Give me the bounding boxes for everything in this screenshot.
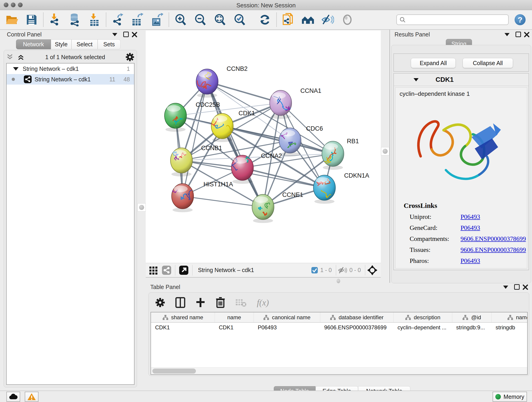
table-options-gear-icon[interactable] <box>155 298 165 307</box>
table-panel-float-icon[interactable] <box>514 284 520 290</box>
network-collection-row[interactable]: String Network – cdk1 1 <box>7 64 134 74</box>
export-table-icon[interactable] <box>131 13 144 26</box>
export-network-icon[interactable] <box>111 13 124 26</box>
tree-expand-icon[interactable] <box>13 67 19 70</box>
zoom-in-icon[interactable] <box>174 13 187 26</box>
eye-icon[interactable] <box>341 13 354 26</box>
entry-description: cyclin–dependent kinase 1 <box>399 90 470 97</box>
crosslink-link[interactable]: P06493 <box>461 213 480 220</box>
entry-collapse-icon[interactable] <box>413 78 418 81</box>
selected-checkbox-icon[interactable] <box>311 267 318 274</box>
table-horizontal-scrollbar[interactable] <box>151 367 527 374</box>
delete-column-icon[interactable] <box>215 297 225 308</box>
table-cell[interactable]: P06493 <box>254 322 320 332</box>
detach-view-icon[interactable] <box>179 265 189 275</box>
edge-CCNB2-CCNE1[interactable] <box>207 82 263 207</box>
collapse-all-button[interactable]: Collapse All <box>462 58 513 68</box>
edge-CCNB2-CCNA1[interactable] <box>207 82 281 103</box>
search-field[interactable] <box>407 17 505 23</box>
delete-table-icon[interactable] <box>235 298 247 307</box>
results-panel-close-icon[interactable] <box>524 32 530 38</box>
add-column-icon[interactable] <box>196 297 206 308</box>
import-network-database-icon[interactable] <box>68 13 81 26</box>
node-label-CCNE1: CCNE1 <box>282 191 303 198</box>
crosslink-label: Uniprot: <box>410 213 461 220</box>
crosslinks-section: CrossLinks Uniprot:P06493GeneCard:P06493… <box>395 202 527 264</box>
string-network-graph[interactable]: CCNB2CCNA1CDC25BCDK1CDC6RB1CCNB1CCNA2CDK… <box>146 31 381 263</box>
table-cell[interactable]: stringdb:9... <box>452 322 491 332</box>
zoom-out-icon[interactable] <box>194 13 207 26</box>
grid-view-icon[interactable] <box>149 266 158 275</box>
expand-all-button[interactable]: Expand All <box>411 58 456 68</box>
column-header-name[interactable]: name <box>215 313 254 322</box>
table-row[interactable]: CDK1CDK1P064939606.ENSP00000378699cyclin… <box>151 322 528 332</box>
search-input[interactable] <box>396 14 509 25</box>
column-header--id[interactable]: @id <box>452 313 491 322</box>
control-panel-collapse-icon[interactable] <box>112 33 117 36</box>
column-header-database-identifier[interactable]: database identifier <box>320 313 393 322</box>
column-header-canonical-name[interactable]: canonical name <box>254 313 320 322</box>
string-document-icon[interactable] <box>282 13 295 26</box>
node-entry-header[interactable]: CDK1 <box>394 74 529 86</box>
open-session-icon[interactable] <box>6 13 18 26</box>
show-columns-icon[interactable] <box>175 297 185 308</box>
node-table-grid[interactable]: shared namenamecanonical namedatabase id… <box>151 313 528 332</box>
edge-HIST1H1A-CCNE1[interactable] <box>183 196 263 207</box>
network-canvas[interactable]: CCNB2CCNA1CDC25BCDK1CDC6RB1CCNB1CCNA2CDK… <box>146 31 381 263</box>
houses-icon[interactable] <box>302 13 314 26</box>
results-panel-collapse-icon[interactable] <box>505 33 510 36</box>
network-options-gear-icon[interactable] <box>125 52 134 62</box>
function-builder-icon[interactable]: f(x) <box>257 298 269 307</box>
table-panel-collapse-icon[interactable] <box>503 286 508 289</box>
crosslink-link[interactable]: 9606.ENSP00000378699 <box>461 246 526 254</box>
import-table-file-icon[interactable] <box>88 13 101 26</box>
collapse-all-icon[interactable] <box>6 54 14 61</box>
control-panel-close-icon[interactable] <box>132 32 138 38</box>
scrollbar-thumb[interactable] <box>152 369 196 374</box>
right-splitter-handle[interactable] <box>381 147 389 155</box>
bottom-splitter-handle[interactable] <box>336 279 340 283</box>
node-table-box: f(x) shared namenamecanonical namedataba… <box>148 293 529 376</box>
tab-sets[interactable]: Sets <box>98 39 120 49</box>
zoom-selected-icon[interactable] <box>233 13 246 26</box>
memory-button[interactable]: Memory <box>493 392 527 402</box>
zoom-fit-icon[interactable] <box>214 13 226 26</box>
table-cell[interactable]: 9606.ENSP00000378699 <box>320 322 393 332</box>
table-cell[interactable]: CDK1 <box>151 322 215 332</box>
column-header-namespace[interactable]: namespace <box>491 313 528 322</box>
expand-all-icon[interactable] <box>17 54 25 61</box>
control-panel-float-icon[interactable] <box>123 32 129 37</box>
cloud-button[interactable] <box>6 392 20 402</box>
table-cell[interactable]: cyclin–dependent ... <box>393 322 452 332</box>
tab-select[interactable]: Select <box>71 39 98 49</box>
main-toolbar: ? <box>0 10 532 30</box>
tab-style[interactable]: Style <box>51 39 71 49</box>
crosslink-row: Compartments:9606.ENSP00000378699 <box>395 235 527 242</box>
eye-slash-icon[interactable] <box>321 13 334 26</box>
export-image-icon[interactable] <box>151 13 164 26</box>
crosslink-link[interactable]: P06493 <box>461 224 480 231</box>
birds-eye-crosshair-icon[interactable] <box>367 265 378 275</box>
column-header-shared-name[interactable]: shared name <box>151 313 215 322</box>
table-cell[interactable]: CDK1 <box>215 322 254 332</box>
network-share-icon[interactable] <box>162 265 171 275</box>
refresh-icon[interactable] <box>259 13 271 26</box>
column-header-label: description <box>414 314 440 321</box>
table-panel-close-icon[interactable] <box>522 284 528 290</box>
table-cell[interactable]: stringdb <box>491 322 528 332</box>
save-session-icon[interactable] <box>25 13 38 26</box>
import-network-file-icon[interactable] <box>49 13 61 26</box>
crosslink-link[interactable]: P06493 <box>461 257 480 264</box>
help-icon[interactable]: ? <box>515 14 526 25</box>
crosslink-link[interactable]: 9606.ENSP00000378699 <box>461 235 526 242</box>
column-header-description[interactable]: description <box>393 313 452 322</box>
warnings-button[interactable] <box>25 392 38 402</box>
network-row-selected[interactable]: String Network – cdk1 11 48 <box>7 74 134 85</box>
results-panel-float-icon[interactable] <box>515 32 521 37</box>
tab-network[interactable]: Network <box>16 39 51 49</box>
crosslink-row: Uniprot:P06493 <box>395 213 527 220</box>
left-splitter-handle[interactable] <box>138 203 146 211</box>
node-label-CDC25B: CDC25B <box>196 101 220 108</box>
node-table[interactable]: shared namenamecanonical namedatabase id… <box>151 312 528 375</box>
edge-CCNB2-HIST1H1A[interactable] <box>183 82 207 196</box>
